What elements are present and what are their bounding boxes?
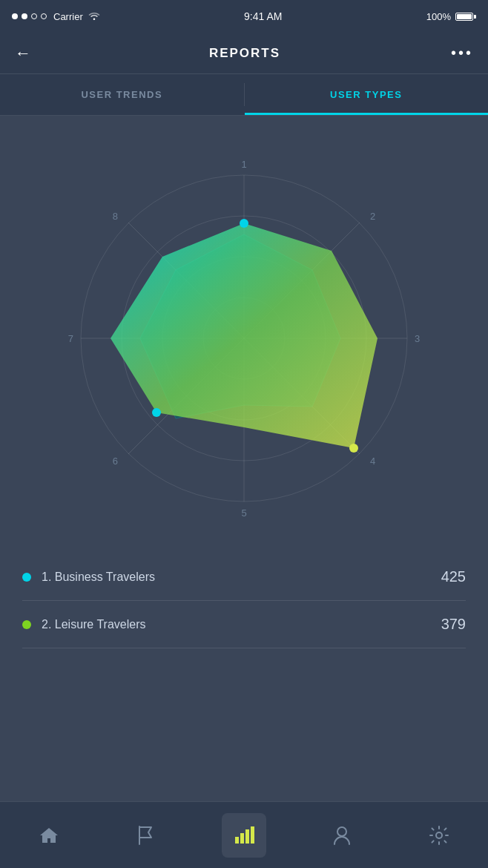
legend-dot-2 <box>22 620 31 629</box>
svg-rect-14 <box>245 829 249 844</box>
legend-section: 1. Business Travelers 425 2. Leisure Tra… <box>0 553 488 648</box>
bottom-tab-profile[interactable] <box>320 813 364 858</box>
axis-label-7: 7 <box>68 333 73 344</box>
legend-left-2: 2. Leisure Travelers <box>22 618 146 631</box>
carrier-label: Carrier <box>53 11 83 22</box>
battery-icon <box>455 13 476 21</box>
bottom-tab-bar <box>0 801 488 868</box>
svg-rect-12 <box>235 837 239 844</box>
tab-user-types-label: USER TYPES <box>330 89 402 100</box>
nav-bar: ← REPORTS ••• <box>0 33 488 74</box>
legend-item-2: 2. Leisure Travelers 379 <box>22 601 466 648</box>
data-point-1 <box>240 219 248 228</box>
page-title: REPORTS <box>209 46 280 61</box>
bottom-tab-flag[interactable] <box>124 813 168 858</box>
status-left: Carrier <box>12 10 100 22</box>
radar-shape-front <box>111 223 377 448</box>
legend-label-1: 1. Business Travelers <box>42 571 155 584</box>
profile-icon <box>334 826 350 845</box>
svg-rect-13 <box>240 833 244 844</box>
main-content: 1 2 3 4 5 6 7 8 <box>0 116 488 648</box>
svg-rect-15 <box>251 826 254 844</box>
wifi-icon <box>88 10 100 22</box>
tab-user-trends-label: USER TRENDS <box>81 89 162 100</box>
bottom-tab-home[interactable] <box>27 813 71 858</box>
signal-dot-4 <box>41 13 47 19</box>
axis-label-5: 5 <box>241 507 246 519</box>
axis-label-6: 6 <box>113 456 118 467</box>
status-time: 9:41 AM <box>244 10 282 22</box>
axis-label-1: 1 <box>241 159 246 170</box>
chart-container: 1 2 3 4 5 6 7 8 <box>0 131 488 553</box>
axis-label-8: 8 <box>113 211 118 222</box>
svg-point-17 <box>436 832 442 838</box>
axis-label-4: 4 <box>370 456 375 467</box>
signal-dot-1 <box>12 13 18 19</box>
flag-icon <box>138 826 154 845</box>
legend-label-2: 2. Leisure Travelers <box>42 618 146 631</box>
battery-percent: 100% <box>426 11 451 22</box>
status-right: 100% <box>426 11 476 22</box>
legend-left-1: 1. Business Travelers <box>22 571 155 584</box>
status-bar: Carrier 9:41 AM 100% <box>0 0 488 33</box>
radar-chart: 1 2 3 4 5 6 7 8 <box>44 138 444 539</box>
reports-icon <box>234 826 254 844</box>
signal-dot-3 <box>31 13 37 19</box>
legend-item: 1. Business Travelers 425 <box>22 553 466 601</box>
data-point-4 <box>349 444 358 453</box>
back-button[interactable]: ← <box>15 44 39 63</box>
signal-dot-2 <box>22 13 27 19</box>
axis-label-2: 2 <box>370 211 375 222</box>
more-button[interactable]: ••• <box>451 45 473 62</box>
legend-value-1: 425 <box>441 568 466 585</box>
legend-value-2: 379 <box>441 616 466 633</box>
legend-dot-1 <box>22 573 31 582</box>
svg-point-16 <box>337 827 346 836</box>
tab-bar: USER TRENDS USER TYPES <box>0 74 488 116</box>
bottom-tab-reports[interactable] <box>222 813 266 858</box>
bottom-tab-settings[interactable] <box>417 813 461 858</box>
home-icon <box>39 826 59 844</box>
tab-user-types[interactable]: USER TYPES <box>245 74 489 115</box>
tab-user-trends[interactable]: USER TRENDS <box>0 74 244 115</box>
settings-icon <box>429 826 449 845</box>
axis-label-3: 3 <box>415 333 420 344</box>
data-point-6 <box>152 408 161 417</box>
